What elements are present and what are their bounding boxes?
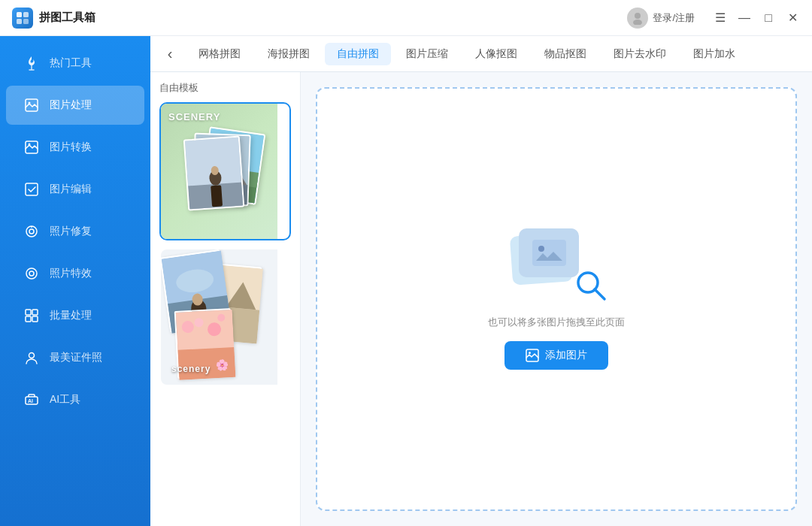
photo-repair-icon	[21, 221, 42, 242]
tab-portrait-cutout[interactable]: 人像抠图	[463, 43, 529, 65]
drop-zone-hint: 也可以将多张图片拖拽至此页面	[488, 316, 625, 329]
sidebar-label-photo-effects: 照片特效	[50, 267, 92, 280]
sidebar-item-image-convert[interactable]: 图片转换	[6, 128, 144, 167]
svg-rect-13	[26, 310, 31, 315]
svg-point-10	[31, 226, 32, 228]
svg-rect-44	[532, 240, 566, 266]
tab-object-cutout[interactable]: 物品抠图	[532, 43, 598, 65]
sidebar-label-hot-tools: 热门工具	[50, 56, 92, 70]
back-button[interactable]: ‹	[159, 44, 180, 65]
template-1-label: scenery	[168, 111, 220, 122]
back-icon: ‹	[168, 45, 173, 62]
close-button[interactable]: ✕	[785, 12, 800, 24]
add-image-label: 添加图片	[545, 349, 587, 362]
window-controls[interactable]: ☰ — □ ✕	[713, 12, 800, 24]
add-image-button[interactable]: 添加图片	[504, 341, 608, 370]
drop-zone[interactable]: 也可以将多张图片拖拽至此页面 添加图片	[316, 87, 797, 511]
menu-icon[interactable]: ☰	[713, 12, 728, 24]
template-card-scenery-stacked[interactable]: scenery	[159, 102, 291, 240]
templates-title: 自由模板	[159, 81, 291, 95]
svg-rect-14	[32, 310, 38, 315]
batch-process-icon	[21, 305, 42, 326]
sidebar-item-photo-repair[interactable]: 照片修复	[6, 212, 144, 251]
tab-poster-collage[interactable]: 海报拼图	[256, 43, 322, 65]
svg-point-7	[29, 144, 31, 146]
sidebar: 热门工具 图片处理 图片转换	[0, 36, 150, 526]
sidebar-item-id-photo[interactable]: 最美证件照	[6, 338, 144, 377]
svg-point-11	[26, 268, 37, 279]
workspace: 也可以将多张图片拖拽至此页面 添加图片	[301, 72, 812, 526]
add-image-icon	[526, 349, 539, 362]
template-card-scenery-scattered[interactable]: scenery	[159, 248, 291, 386]
tab-free-collage[interactable]: 自由拼图	[325, 43, 391, 65]
svg-rect-3	[23, 19, 29, 24]
svg-rect-0	[17, 12, 22, 17]
sidebar-label-batch-process: 批量处理	[50, 309, 92, 322]
photo-effects-icon	[21, 263, 42, 284]
maximize-button[interactable]: □	[761, 12, 776, 24]
svg-point-12	[29, 271, 34, 276]
svg-point-4	[635, 13, 641, 19]
sidebar-label-image-convert: 图片转换	[50, 141, 92, 154]
ai-tools-icon: AI	[21, 389, 42, 410]
drop-zone-icon	[511, 228, 601, 304]
photo-front	[183, 135, 244, 210]
content-area: ‹ 网格拼图 海报拼图 自由拼图 图片压缩 人像抠图 物品抠图 图片去水印	[150, 36, 812, 526]
svg-rect-1	[23, 12, 29, 17]
id-photo-icon	[21, 347, 42, 368]
titlebar: 拼图工具箱 登录/注册 ☰ — □ ✕	[0, 0, 812, 36]
photo-stack	[182, 122, 257, 220]
svg-rect-15	[26, 316, 31, 322]
svg-point-5	[633, 20, 642, 25]
sidebar-label-image-processing: 图片处理	[50, 98, 92, 112]
svg-line-47	[595, 289, 604, 299]
template-2-label: scenery	[171, 364, 211, 374]
svg-rect-29	[211, 185, 223, 207]
sidebar-label-photo-repair: 照片修复	[50, 225, 92, 238]
svg-point-9	[29, 229, 34, 234]
user-section[interactable]: 登录/注册	[627, 8, 695, 29]
svg-rect-16	[32, 316, 38, 322]
minimize-button[interactable]: —	[737, 12, 752, 24]
sidebar-item-photo-effects[interactable]: 照片特效	[6, 254, 144, 293]
template-1-preview: scenery	[161, 104, 277, 239]
templates-panel: 自由模板 scenery	[150, 72, 301, 526]
page-content: 自由模板 scenery	[150, 72, 812, 526]
image-edit-icon	[21, 179, 42, 200]
sidebar-label-ai-tools: AI工具	[50, 393, 80, 407]
svg-point-6	[29, 102, 31, 104]
user-label: 登录/注册	[653, 11, 695, 25]
svg-point-49	[529, 352, 531, 354]
template-2-preview: scenery	[161, 249, 277, 385]
image-convert-icon	[21, 137, 42, 158]
svg-point-45	[538, 246, 544, 252]
sidebar-item-hot-tools[interactable]: 热门工具	[6, 44, 144, 83]
sidebar-item-image-edit[interactable]: 图片编辑	[6, 170, 144, 209]
svg-text:AI: AI	[28, 398, 33, 404]
sidebar-item-ai-tools[interactable]: AI AI工具	[6, 380, 144, 419]
sidebar-label-id-photo: 最美证件照	[50, 351, 102, 364]
svg-point-17	[29, 353, 35, 358]
svg-point-8	[26, 226, 37, 237]
image-placeholder-icon	[532, 240, 566, 266]
tab-remove-watermark[interactable]: 图片去水印	[601, 43, 678, 65]
svg-rect-2	[17, 19, 22, 24]
sidebar-label-image-edit: 图片编辑	[50, 183, 92, 196]
tab-bar: ‹ 网格拼图 海报拼图 自由拼图 图片压缩 人像抠图 物品抠图 图片去水印	[150, 36, 812, 72]
image-processing-icon	[21, 95, 42, 116]
sidebar-item-image-processing[interactable]: 图片处理	[6, 86, 144, 125]
app-title: 拼图工具箱	[39, 11, 627, 25]
hot-tools-icon	[21, 53, 42, 74]
tab-add-watermark[interactable]: 图片加水	[681, 43, 747, 65]
search-icon	[574, 269, 607, 305]
app-logo	[12, 8, 33, 29]
avatar	[627, 8, 648, 29]
sidebar-item-batch-process[interactable]: 批量处理	[6, 296, 144, 335]
tab-image-compress[interactable]: 图片压缩	[394, 43, 460, 65]
tab-grid-collage[interactable]: 网格拼图	[186, 43, 253, 65]
main-layout: 热门工具 图片处理 图片转换	[0, 36, 812, 526]
